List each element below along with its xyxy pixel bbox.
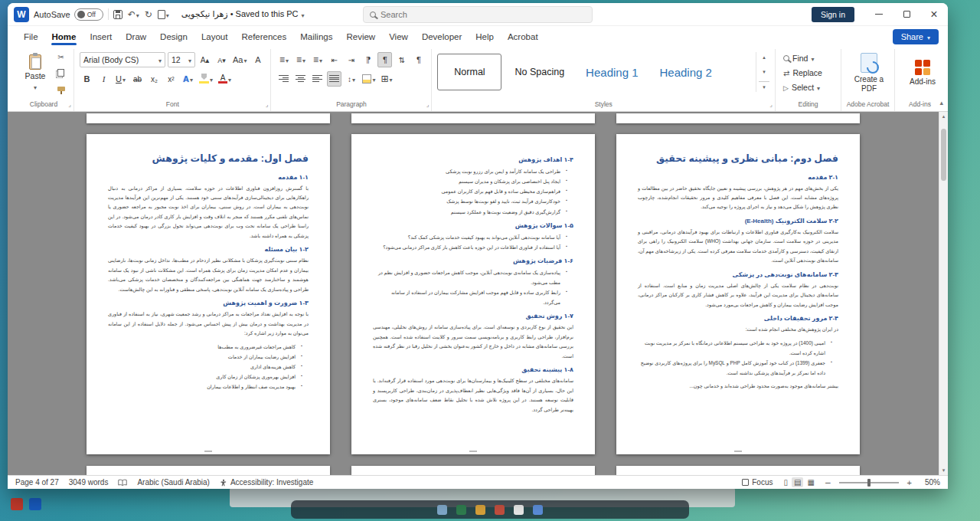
cut-button[interactable] — [54, 49, 68, 64]
vertical-scrollbar[interactable] — [939, 112, 948, 475]
tab-view[interactable]: View — [382, 28, 415, 45]
italic-button[interactable] — [96, 71, 111, 87]
search-bar[interactable] — [363, 6, 593, 23]
page-indicator[interactable]: Page 4 of 27 — [15, 478, 59, 487]
tab-mailings[interactable]: Mailings — [293, 28, 339, 45]
format-painter-button[interactable] — [54, 81, 68, 97]
show-formatting-marks-button[interactable] — [411, 52, 426, 67]
scroll-down-arrow[interactable] — [939, 466, 948, 475]
line-spacing-button[interactable] — [344, 71, 358, 87]
gallery-up-button[interactable] — [759, 52, 769, 63]
taskbar-icon[interactable] — [495, 505, 505, 515]
grow-font-button[interactable] — [198, 52, 212, 67]
zoom-slider[interactable] — [839, 482, 899, 483]
taskbar-icon[interactable] — [475, 505, 485, 515]
shrink-font-button[interactable] — [214, 52, 229, 67]
accessibility-indicator[interactable]: Accessibility: Investigate — [220, 478, 313, 487]
text-effects-button[interactable] — [181, 71, 195, 87]
taskbar-icon[interactable] — [437, 505, 447, 515]
document-page-1[interactable]: فصل اول: مقدمه و کلیات پژوهش۱-۱ مقدمهبا … — [87, 134, 330, 454]
multilevel-list-button[interactable] — [310, 52, 325, 67]
replace-button[interactable]: Replace — [781, 66, 835, 80]
taskbar-icon[interactable] — [456, 505, 466, 515]
autosave-toggle[interactable]: Off — [74, 8, 103, 21]
document-page-2[interactable]: ۱-۴ اهداف پژوهشطراحی یک سامانه کارآمد و … — [351, 134, 595, 454]
zoom-out-button[interactable] — [825, 477, 831, 488]
share-button[interactable]: Share — [893, 29, 939, 44]
style-no-spacing[interactable]: No Spacing — [506, 54, 573, 90]
numbering-button[interactable] — [293, 52, 308, 67]
tab-references[interactable]: References — [234, 28, 293, 45]
tab-help[interactable]: Help — [469, 28, 501, 45]
paste-button[interactable]: Paste — [19, 51, 51, 95]
shading-button[interactable] — [361, 71, 377, 87]
close-button[interactable] — [920, 3, 948, 25]
scrollbar-thumb[interactable] — [941, 129, 946, 181]
undo-button[interactable] — [128, 9, 139, 20]
tab-home[interactable]: Home — [45, 28, 83, 45]
superscript-button[interactable] — [164, 71, 178, 87]
font-color-button[interactable] — [217, 71, 233, 87]
clear-formatting-button[interactable] — [250, 52, 265, 67]
sign-in-button[interactable]: Sign in — [812, 7, 854, 22]
tab-acrobat[interactable]: Acrobat — [501, 28, 545, 45]
tab-draw[interactable]: Draw — [119, 28, 153, 45]
minimize-button[interactable] — [865, 3, 893, 25]
justify-button[interactable] — [327, 71, 341, 87]
word-count[interactable]: 3049 words — [69, 478, 109, 487]
gallery-more-button[interactable] — [759, 81, 769, 92]
maximize-button[interactable] — [893, 3, 920, 25]
proofing-icon[interactable] — [118, 479, 127, 487]
language-indicator[interactable]: Arabic (Saudi Arabia) — [137, 478, 210, 487]
taskbar-icon[interactable] — [533, 505, 543, 515]
underline-button[interactable] — [113, 71, 128, 87]
quick-access-customize-button[interactable] — [158, 9, 169, 20]
create-pdf-button[interactable]: Create a PDF — [847, 51, 891, 95]
borders-button[interactable] — [380, 71, 394, 87]
web-layout-button[interactable] — [805, 477, 816, 487]
read-mode-button[interactable] — [781, 477, 790, 487]
align-right-button[interactable] — [276, 71, 291, 87]
align-left-button[interactable] — [310, 71, 325, 87]
ltr-direction-button[interactable] — [361, 52, 375, 67]
increase-indent-button[interactable] — [344, 52, 358, 67]
scroll-up-arrow[interactable] — [939, 112, 948, 121]
styles-dialog-launcher[interactable] — [769, 101, 773, 108]
zoom-level[interactable]: 50% — [920, 478, 940, 487]
tab-review[interactable]: Review — [339, 28, 382, 45]
save-button[interactable] — [113, 10, 122, 19]
font-size-combobox[interactable]: 12 — [168, 52, 195, 67]
tab-design[interactable]: Design — [153, 28, 194, 45]
style-heading-1[interactable]: Heading 1 — [577, 54, 646, 90]
style-heading-2[interactable]: Heading 2 — [652, 54, 720, 90]
taskbar[interactable] — [291, 500, 689, 519]
addins-button[interactable]: Add-ins — [900, 51, 945, 95]
clipboard-dialog-launcher[interactable] — [68, 101, 71, 108]
document-page-3[interactable]: فصل دوم: مبانی نظری و پیشینه تحقیق۲-۱ مق… — [616, 134, 860, 454]
zoom-slider-thumb[interactable] — [867, 479, 871, 487]
paragraph-dialog-launcher[interactable] — [426, 101, 430, 108]
font-name-combobox[interactable]: Arial (Body CS) — [80, 52, 165, 67]
gallery-down-button[interactable] — [759, 67, 769, 77]
taskbar-icon[interactable] — [514, 505, 524, 515]
rtl-direction-button[interactable] — [377, 52, 392, 67]
tab-insert[interactable]: Insert — [83, 28, 119, 45]
change-case-button[interactable] — [231, 52, 248, 67]
tab-developer[interactable]: Developer — [415, 28, 469, 45]
collapse-ribbon-button[interactable] — [939, 99, 943, 106]
highlight-color-button[interactable] — [198, 71, 214, 87]
font-dialog-launcher[interactable] — [266, 101, 269, 108]
subscript-button[interactable] — [147, 71, 162, 87]
focus-button[interactable]: Focus — [742, 478, 773, 487]
zoom-in-button[interactable] — [907, 478, 912, 487]
autosave-control[interactable]: AutoSave Off — [34, 8, 103, 21]
style-normal[interactable]: Normal — [437, 54, 501, 90]
strikethrough-button[interactable] — [130, 71, 145, 87]
decrease-indent-button[interactable] — [327, 52, 341, 67]
copy-button[interactable] — [54, 65, 68, 80]
tab-layout[interactable]: Layout — [194, 28, 235, 45]
align-center-button[interactable] — [293, 71, 308, 87]
background-app-icon[interactable] — [29, 498, 41, 510]
select-button[interactable]: Select — [781, 80, 835, 94]
sort-button[interactable] — [394, 52, 409, 67]
